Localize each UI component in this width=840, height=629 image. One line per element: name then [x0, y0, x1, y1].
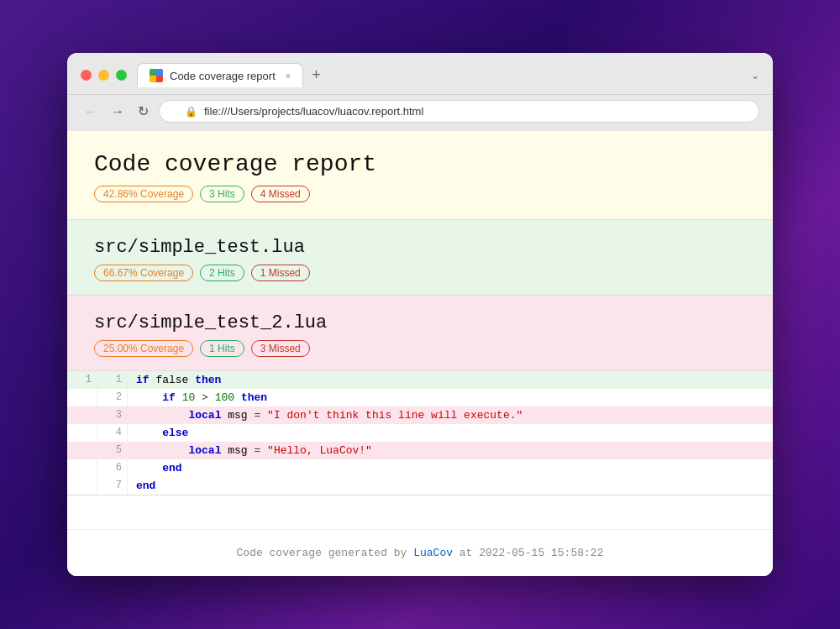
line-num-inner: 7 — [97, 477, 128, 495]
title-bar: Code coverage report × + ⌄ — [67, 53, 773, 95]
line-num-outer — [67, 424, 97, 442]
window-controls — [81, 70, 127, 81]
line-num-inner: 1 — [97, 371, 128, 389]
url-text: file:///Users/projects/luacov/luacov.rep… — [204, 105, 423, 118]
url-field[interactable]: 🔒 file:///Users/projects/luacov/luacov.r… — [159, 100, 759, 123]
file-2-badges: 25.00% Coverage 1 Hits 3 Missed — [94, 340, 746, 357]
file-section-2: src/simple_test_2.lua 25.00% Coverage 1 … — [67, 296, 773, 495]
address-bar: ← → ↻ 🔒 file:///Users/projects/luacov/lu… — [67, 95, 773, 131]
tab-label: Code coverage report — [170, 70, 276, 82]
file-1-coverage-badge: 66.67% Coverage — [94, 265, 193, 281]
forward-button[interactable]: → — [108, 102, 128, 121]
code-text: local msg = "I don't think this line wil… — [128, 406, 773, 424]
footer-text-before: Code coverage generated by — [237, 547, 414, 559]
line-num-inner: 3 — [97, 406, 128, 424]
code-text: if 10 > 100 then — [128, 389, 773, 406]
code-line: 7 end — [67, 477, 773, 495]
url-icon: 🔒 — [185, 106, 197, 118]
footer-link[interactable]: LuaCov — [413, 547, 453, 559]
tab-favicon — [150, 69, 163, 82]
code-text: else — [128, 424, 773, 442]
file-1-hits-badge: 2 Hits — [200, 265, 244, 281]
line-num-outer — [67, 477, 97, 495]
line-num-outer — [67, 389, 97, 406]
browser-window: Code coverage report × + ⌄ ← → ↻ 🔒 file:… — [67, 53, 773, 576]
report-title: Code coverage report — [94, 151, 746, 177]
reload-button[interactable]: ↻ — [134, 102, 152, 121]
code-text: if false then — [128, 371, 773, 389]
code-line: 4 else — [67, 424, 773, 442]
new-tab-button[interactable]: + — [307, 65, 326, 86]
code-text: end — [128, 459, 773, 477]
file-2-coverage-badge: 25.00% Coverage — [94, 340, 193, 357]
code-text: local msg = "Hello, LuaCov!" — [128, 442, 773, 459]
file-2-missed-badge: 3 Missed — [251, 340, 310, 357]
back-button[interactable]: ← — [81, 102, 101, 121]
code-line: 5 local msg = "Hello, LuaCov!" — [67, 442, 773, 459]
code-text: end — [128, 477, 773, 495]
footer-text-after: at 2022-05-15 15:58:22 — [453, 547, 603, 559]
missed-badge: 4 Missed — [251, 186, 310, 202]
close-button[interactable] — [81, 70, 92, 81]
file-1-badges: 66.67% Coverage 2 Hits 1 Missed — [94, 265, 746, 281]
code-line: 6 end — [67, 459, 773, 477]
page-content: Code coverage report 42.86% Coverage 3 H… — [67, 131, 773, 576]
coverage-badge: 42.86% Coverage — [94, 186, 193, 202]
line-num-outer — [67, 442, 97, 459]
file-1-missed-badge: 1 Missed — [251, 265, 310, 281]
active-tab[interactable]: Code coverage report × — [137, 63, 303, 87]
tab-bar: Code coverage report × + ⌄ — [137, 63, 759, 87]
line-num-inner: 5 — [97, 442, 128, 459]
minimize-button[interactable] — [98, 70, 109, 81]
code-line: 3 local msg = "I don't think this line w… — [67, 406, 773, 424]
code-line: 1 1 if false then — [67, 371, 773, 389]
report-header: Code coverage report 42.86% Coverage 3 H… — [67, 131, 773, 220]
file-header-2: src/simple_test_2.lua 25.00% Coverage 1 … — [67, 296, 773, 370]
line-num-outer: 1 — [67, 371, 97, 389]
file-2-hits-badge: 1 Hits — [200, 340, 244, 357]
file-section-1: src/simple_test.lua 66.67% Coverage 2 Hi… — [67, 220, 773, 296]
line-num-outer — [67, 406, 97, 424]
report-badges: 42.86% Coverage 3 Hits 4 Missed — [94, 186, 746, 202]
line-num-inner: 4 — [97, 424, 128, 442]
hits-badge: 3 Hits — [200, 186, 244, 202]
code-line: 2 if 10 > 100 then — [67, 389, 773, 406]
spacer — [67, 495, 773, 529]
line-num-outer — [67, 459, 97, 477]
file-name-1: src/simple_test.lua — [94, 237, 746, 258]
line-num-inner: 2 — [97, 389, 128, 406]
file-name-2: src/simple_test_2.lua — [94, 312, 746, 333]
line-num-inner: 6 — [97, 459, 128, 477]
tab-close-button[interactable]: × — [286, 71, 291, 81]
file-header-1: src/simple_test.lua 66.67% Coverage 2 Hi… — [67, 220, 773, 295]
code-block: 1 1 if false then 2 if 10 > 100 then 3 l… — [67, 370, 773, 495]
maximize-button[interactable] — [116, 70, 127, 81]
tab-expand-button[interactable]: ⌄ — [751, 70, 759, 81]
page-footer: Code coverage generated by LuaCov at 202… — [67, 529, 773, 576]
